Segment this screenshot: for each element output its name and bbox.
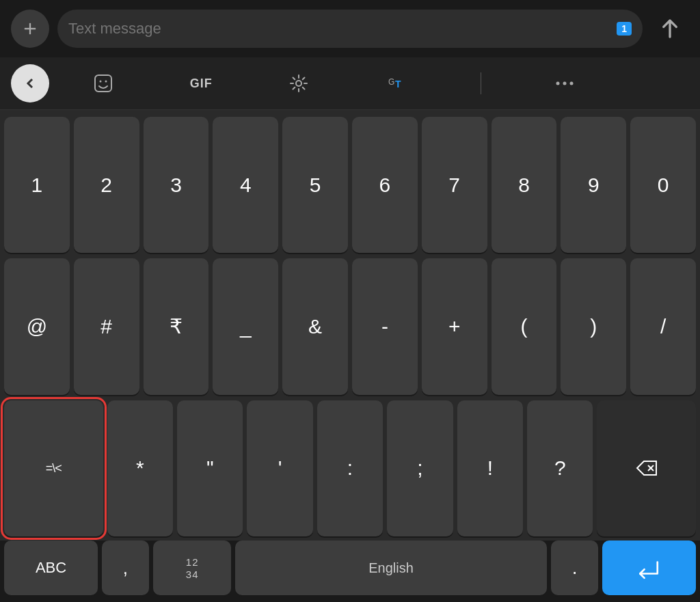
period-label: . <box>572 557 578 579</box>
enter-key[interactable] <box>602 541 696 595</box>
svg-point-5 <box>296 81 301 86</box>
more-options-button[interactable] <box>548 67 581 100</box>
translate-button[interactable]: G T <box>380 67 413 100</box>
gif-button[interactable]: GIF <box>185 71 218 96</box>
key-2[interactable]: 2 <box>74 117 139 253</box>
key-plus[interactable]: + <box>422 258 487 394</box>
svg-text:T: T <box>395 79 401 90</box>
key-1[interactable]: 1 <box>4 117 70 253</box>
chevron-left-icon <box>22 75 38 92</box>
key-question[interactable]: ? <box>527 400 593 536</box>
translate-icon: G T <box>386 72 407 94</box>
abc-key[interactable]: ABC <box>4 541 98 595</box>
more-dots-icon <box>554 72 576 94</box>
key-exclamation[interactable]: ! <box>457 400 523 536</box>
key-at[interactable]: @ <box>4 258 70 394</box>
number-row: 1 2 3 4 5 6 7 8 9 0 <box>4 117 696 253</box>
enter-icon <box>637 556 660 579</box>
key-6[interactable]: 6 <box>352 117 418 253</box>
numpad-key[interactable]: 12 34 <box>153 541 231 595</box>
abc-label: ABC <box>36 559 66 577</box>
message-input[interactable] <box>68 20 611 38</box>
gif-label: GIF <box>190 77 213 91</box>
emoji-button[interactable] <box>87 67 120 100</box>
key-7[interactable]: 7 <box>422 117 487 253</box>
backspace-button[interactable] <box>597 400 696 536</box>
back-button[interactable] <box>11 64 49 102</box>
key-9[interactable]: 9 <box>561 117 626 253</box>
svg-point-10 <box>570 82 574 85</box>
key-3[interactable]: 3 <box>144 117 209 253</box>
gear-icon <box>288 72 310 94</box>
emoji-icon <box>92 72 114 94</box>
numpad-grid: 12 34 <box>186 556 198 580</box>
settings-button[interactable] <box>282 67 315 100</box>
message-bar: 1 <box>0 0 700 57</box>
key-rupee[interactable]: ₹ <box>144 258 209 394</box>
key-5[interactable]: 5 <box>282 117 348 253</box>
toolbar-icons: GIF G T <box>55 67 689 100</box>
spacebar-key[interactable]: English <box>235 541 548 595</box>
add-button[interactable] <box>11 10 49 48</box>
svg-point-8 <box>556 82 560 85</box>
plus-icon <box>21 19 40 38</box>
message-input-wrap: 1 <box>57 10 643 48</box>
svg-text:G: G <box>388 77 394 87</box>
microphone-button[interactable] <box>646 78 657 89</box>
keyboard-toolbar: GIF G T <box>0 57 700 110</box>
message-badge: 1 <box>617 22 632 36</box>
key-open-paren[interactable]: ( <box>492 258 557 394</box>
svg-point-3 <box>100 81 102 83</box>
key-0[interactable]: 0 <box>630 117 696 253</box>
comma-label: , <box>123 558 128 579</box>
special-row: =\< * " ' : ; ! ? <box>4 400 696 536</box>
key-4[interactable]: 4 <box>213 117 278 253</box>
period-key[interactable]: . <box>551 541 598 595</box>
key-semicolon[interactable]: ; <box>387 400 453 536</box>
key-8[interactable]: 8 <box>492 117 557 253</box>
key-hash[interactable]: # <box>74 258 139 394</box>
key-ampersand[interactable]: & <box>282 258 348 394</box>
key-minus[interactable]: - <box>352 258 418 394</box>
key-colon[interactable]: : <box>317 400 383 536</box>
toolbar-divider <box>481 72 481 94</box>
key-double-quote[interactable]: " <box>177 400 243 536</box>
keyboard: 1 2 3 4 5 6 7 8 9 0 @ # ₹ _ & - + ( ) / … <box>0 110 700 541</box>
key-asterisk[interactable]: * <box>107 400 173 536</box>
key-single-quote[interactable]: ' <box>247 400 312 536</box>
send-button[interactable] <box>651 10 689 48</box>
key-special-sym[interactable]: =\< <box>4 400 103 536</box>
svg-point-4 <box>105 81 107 83</box>
backspace-icon <box>636 457 658 479</box>
svg-point-9 <box>563 82 567 85</box>
symbols-row: @ # ₹ _ & - + ( ) / <box>4 258 696 394</box>
key-close-paren[interactable]: ) <box>561 258 626 394</box>
send-icon <box>659 18 681 40</box>
comma-key[interactable]: , <box>102 541 149 595</box>
spacebar-label: English <box>368 560 414 576</box>
key-underscore[interactable]: _ <box>213 258 278 394</box>
svg-rect-2 <box>95 75 111 92</box>
key-slash[interactable]: / <box>630 258 696 394</box>
bottom-row: ABC , 12 34 English . <box>0 541 700 602</box>
